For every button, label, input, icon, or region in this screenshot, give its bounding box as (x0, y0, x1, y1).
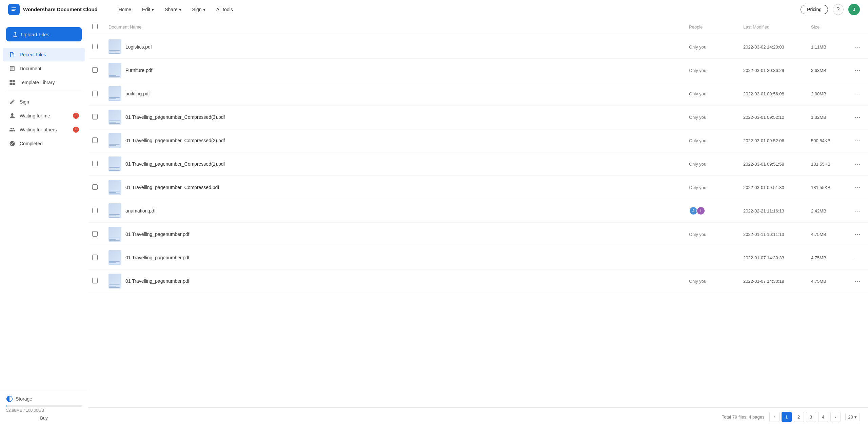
help-button[interactable]: ? (833, 4, 844, 15)
row-checkbox-10[interactable] (92, 278, 98, 283)
file-thumbnail (108, 250, 121, 265)
pagination-next[interactable]: › (830, 412, 841, 422)
storage-bar-background (6, 405, 82, 407)
row-action-button-7[interactable]: ⋯ (852, 206, 863, 216)
file-name-text[interactable]: anamation.pdf (125, 208, 156, 214)
row-action-button-4[interactable]: ⋯ (852, 135, 863, 146)
page-size-dropdown-icon: ▾ (854, 414, 857, 420)
file-size-text: 181.55KB (811, 185, 830, 190)
column-header-date[interactable]: Last Modified (739, 19, 807, 35)
row-checkbox-0[interactable] (92, 44, 98, 49)
sidebar-item-completed[interactable]: Completed (3, 137, 85, 150)
nav-edit[interactable]: Edit ▾ (137, 5, 159, 14)
file-size-text: 4.75MB (811, 232, 826, 237)
sidebar-item-template-library[interactable]: Template Library (3, 76, 85, 89)
sidebar-nav: Recent Files Document Template Library (0, 48, 88, 153)
files-table: Document Name People Last Modified Size (88, 19, 868, 293)
nav-items: Home Edit ▾ Share ▾ Sign ▾ All tools (114, 5, 790, 14)
nav-share[interactable]: Share ▾ (160, 5, 186, 14)
row-checkbox-6[interactable] (92, 184, 98, 190)
file-thumbnail (108, 86, 121, 101)
last-modified-text: 2022-03-01 09:56:08 (743, 91, 784, 96)
file-name-text[interactable]: building.pdf (125, 91, 150, 96)
buy-button[interactable]: Buy (6, 415, 82, 421)
column-header-people[interactable]: People (685, 19, 739, 35)
pagination-page-4[interactable]: 4 (818, 412, 828, 422)
column-header-size[interactable]: Size (807, 19, 848, 35)
row-action-button-6[interactable]: ⋯ (852, 182, 863, 192)
people-text: Only you (689, 279, 706, 284)
row-action-button-1[interactable]: ⋯ (852, 65, 863, 75)
column-header-action (848, 19, 868, 35)
svg-rect-1 (13, 80, 15, 82)
file-name-cell: anamation.pdf (108, 203, 681, 218)
table-row: Furniture.pdf Only you2022-03-01 20:36:2… (88, 59, 868, 82)
file-name-text[interactable]: 01 Travelling_pagenumber_Compressed(2).p… (125, 138, 225, 143)
completed-icon (9, 140, 16, 147)
column-header-name[interactable]: Document Name (104, 19, 685, 35)
row-action-button-0[interactable]: ⋯ (852, 42, 863, 52)
document-icon (9, 65, 16, 72)
file-name-text[interactable]: 01 Travelling_pagenumber_Compressed(1).p… (125, 161, 225, 167)
file-name-text[interactable]: 01 Travelling_pagenumber.pdf (125, 278, 189, 284)
row-action-button-10[interactable]: ⋯ (852, 276, 863, 286)
file-name-text[interactable]: Logistics.pdf (125, 44, 152, 50)
row-checkbox-7[interactable] (92, 208, 98, 213)
row-action-button-5[interactable]: ⋯ (852, 159, 863, 169)
file-name-text[interactable]: Furniture.pdf (125, 68, 152, 73)
pagination-page-2[interactable]: 2 (794, 412, 804, 422)
pagination-page-3[interactable]: 3 (806, 412, 816, 422)
row-action-button-8[interactable]: ⋯ (852, 229, 863, 239)
table-row: 01 Travelling_pagenumber.pdf Only you202… (88, 223, 868, 246)
page-size-selector[interactable]: 20 ▾ (845, 413, 860, 421)
waiting-others-icon (9, 126, 16, 133)
row-checkbox-5[interactable] (92, 161, 98, 166)
file-size-text: 4.75MB (811, 279, 826, 284)
nav-all-tools[interactable]: All tools (212, 5, 238, 14)
row-action-button-3[interactable]: ⋯ (852, 112, 863, 122)
file-name-text[interactable]: 01 Travelling_pagenumber_Compressed.pdf (125, 185, 219, 190)
pagination-prev[interactable]: ‹ (769, 412, 780, 422)
file-name-text[interactable]: 01 Travelling_pagenumber.pdf (125, 255, 189, 260)
table-header-row: Document Name People Last Modified Size (88, 19, 868, 35)
last-modified-text: 2022-03-01 09:52:10 (743, 115, 784, 120)
sign-dropdown-icon: ▾ (203, 7, 205, 12)
sidebar-item-sign[interactable]: Sign (3, 95, 85, 109)
user-avatar[interactable]: J (848, 4, 860, 15)
file-name-cell: 01 Travelling_pagenumber_Compressed(3).p… (108, 110, 681, 125)
nav-sign[interactable]: Sign ▾ (188, 5, 210, 14)
people-text: Only you (689, 162, 706, 167)
sidebar-item-document[interactable]: Document (3, 62, 85, 75)
row-checkbox-8[interactable] (92, 231, 98, 237)
upload-files-button[interactable]: Upload Files (6, 27, 82, 41)
row-action-button-2[interactable]: ⋯ (852, 89, 863, 99)
row-checkbox-2[interactable] (92, 91, 98, 96)
file-name-cell: 01 Travelling_pagenumber_Compressed(2).p… (108, 133, 681, 148)
file-name-cell: Furniture.pdf (108, 63, 681, 78)
pagination-page-1[interactable]: 1 (782, 412, 792, 422)
file-thumbnail (108, 180, 121, 195)
file-name-cell: Logistics.pdf (108, 39, 681, 54)
help-icon: ? (837, 6, 840, 13)
last-modified-text: 2022-01-11 16:11:13 (743, 232, 784, 237)
row-checkbox-9[interactable] (92, 255, 98, 260)
sidebar-item-label-waiting-me: Waiting for me (20, 113, 50, 118)
select-all-checkbox[interactable] (92, 24, 98, 29)
row-checkbox-1[interactable] (92, 67, 98, 73)
storage-text-label: Storage (16, 396, 32, 402)
sidebar-item-recent-files[interactable]: Recent Files (3, 48, 85, 61)
table-row: 01 Travelling_pagenumber_Compressed(1).p… (88, 152, 868, 176)
sidebar-item-waiting-for-others[interactable]: Waiting for others 1 (3, 123, 85, 136)
nav-home[interactable]: Home (114, 5, 136, 14)
pricing-button[interactable]: Pricing (801, 5, 828, 14)
table-row: 01 Travelling_pagenumber_Compressed(2).p… (88, 129, 868, 152)
template-icon (9, 79, 16, 86)
sidebar-item-waiting-for-me[interactable]: Waiting for me 1 (3, 109, 85, 123)
file-name-text[interactable]: 01 Travelling_pagenumber_Compressed(3).p… (125, 114, 225, 120)
sidebar-storage: Storage 52.88MB / 100.00GB Buy (0, 390, 88, 426)
row-checkbox-3[interactable] (92, 114, 98, 119)
file-name-text[interactable]: 01 Travelling_pagenumber.pdf (125, 231, 189, 237)
row-checkbox-4[interactable] (92, 137, 98, 143)
last-modified-text: 2022-01-07 14:30:18 (743, 279, 784, 284)
pagination-bar: Total 79 files, 4 pages ‹ 1 2 3 4 › 20 ▾ (88, 407, 868, 426)
